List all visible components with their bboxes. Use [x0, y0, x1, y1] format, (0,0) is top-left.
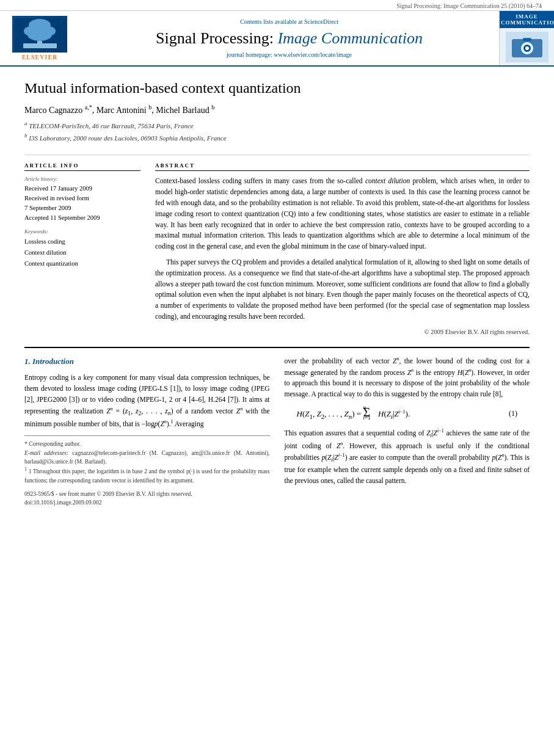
contents-available-line: Contents lists available at ScienceDirec…: [240, 18, 338, 25]
copyright: © 2009 Elsevier B.V. All rights reserved…: [155, 327, 530, 337]
journal-citation: Signal Processing: Image Communication 2…: [396, 2, 542, 9]
body-section: 1. Introduction Entropy coding is a key …: [24, 355, 530, 507]
journal-url[interactable]: www.elsevier.com/locate/image: [274, 51, 352, 58]
abstract-text: Context-based lossless coding suffers in…: [155, 176, 530, 337]
abstract-label: ABSTRACT: [155, 162, 530, 171]
footer-line-1: 0923-5965/$ - see front matter © 2009 El…: [24, 490, 270, 498]
received-revised-date: 7 September 2009: [24, 203, 140, 213]
affiliations: a TELECOM-ParisTech, 46 rue Barrault, 75…: [24, 119, 530, 144]
footnote-corresponding: * Corresponding author.: [24, 440, 270, 448]
info-abstract-section: ARTICLE INFO Article history: Received 1…: [24, 154, 530, 337]
svg-point-11: [525, 46, 529, 50]
received-revised-label: Received in revised form: [24, 194, 140, 203]
journal-homepage: journal homepage: www.elsevier.com/locat…: [227, 51, 352, 58]
keyword-2: Context dilution: [24, 247, 140, 258]
footer-line-2: doi:10.1016/j.image.2009.09.002: [24, 498, 270, 507]
elsevier-tree-logo: [12, 16, 67, 53]
article-info-column: ARTICLE INFO Article history: Received 1…: [24, 162, 140, 337]
intro-para-right-1: over the probability of each vector Zn, …: [285, 355, 530, 400]
footnote-email: E-mail addresses: cagnazzo@telecom-paris…: [24, 449, 270, 467]
keywords-block: Keywords: Lossless coding Context diluti…: [24, 228, 140, 269]
body-right-col: over the probability of each vector Zn, …: [285, 355, 530, 507]
journal-title-area: Contents lists available at ScienceDirec…: [79, 11, 499, 65]
svg-rect-6: [23, 43, 57, 48]
footnote-1: 1 1 Throughout this paper, the logarithm…: [24, 466, 270, 485]
equation-1: H(Z1, Z2, . . . , Zn) = n Σ i=1 H(Zi|Zi−…: [297, 406, 410, 421]
keyword-3: Context quantization: [24, 258, 140, 269]
abstract-column: ABSTRACT Context-based lossless coding s…: [155, 162, 530, 337]
elsevier-wordmark: ELSEVIER: [22, 54, 58, 60]
equation-block: H(Z1, Z2, . . . , Zn) = n Σ i=1 H(Zi|Zi−…: [297, 406, 518, 421]
svg-point-4: [27, 29, 52, 41]
journal-brand-box: IMAGECOMMUNICATION: [499, 11, 554, 65]
keyword-1: Lossless coding: [24, 236, 140, 247]
history-label: Article history:: [24, 176, 140, 182]
image-comm-label: IMAGECOMMUNICATION: [500, 11, 554, 28]
journal-logo-area: ELSEVIER: [0, 11, 79, 65]
body-divider: [24, 347, 530, 348]
article-container: Mutual information-based context quantiz…: [0, 67, 554, 519]
article-authors: Marco Cagnazzo a,*, Marc Antonini b, Mic…: [24, 104, 530, 115]
received-date-1: Received 17 January 2009: [24, 184, 140, 194]
equation-number-1: (1): [509, 408, 517, 420]
accepted-date: Accepted 11 September 2009: [24, 213, 140, 223]
svg-rect-12: [523, 38, 531, 41]
elsevier-logo: ELSEVIER: [12, 16, 67, 60]
article-title: Mutual information-based context quantiz…: [24, 79, 530, 98]
abstract-para-2: This paper surveys the CQ problem and pr…: [155, 257, 530, 322]
intro-heading: 1. Introduction: [24, 355, 270, 368]
article-history: Article history: Received 17 January 200…: [24, 176, 140, 222]
footnote-area: * Corresponding author. E-mail addresses…: [24, 435, 270, 507]
article-info-label: ARTICLE INFO: [24, 162, 140, 171]
keywords-label: Keywords:: [24, 228, 140, 234]
body-left-col: 1. Introduction Entropy coding is a key …: [24, 355, 270, 507]
journal-title: Signal Processing: Image Communication: [156, 29, 423, 48]
journal-header: ELSEVIER Contents lists available at Sci…: [0, 11, 554, 67]
abstract-para-1: Context-based lossless coding suffers in…: [155, 176, 530, 252]
image-logo: [500, 28, 554, 65]
intro-para-1: Entropy coding is a key component for ma…: [24, 373, 270, 429]
top-bar: Signal Processing: Image Communication 2…: [0, 0, 554, 11]
intro-para-right-2: This equation assures that a sequential …: [285, 427, 530, 486]
